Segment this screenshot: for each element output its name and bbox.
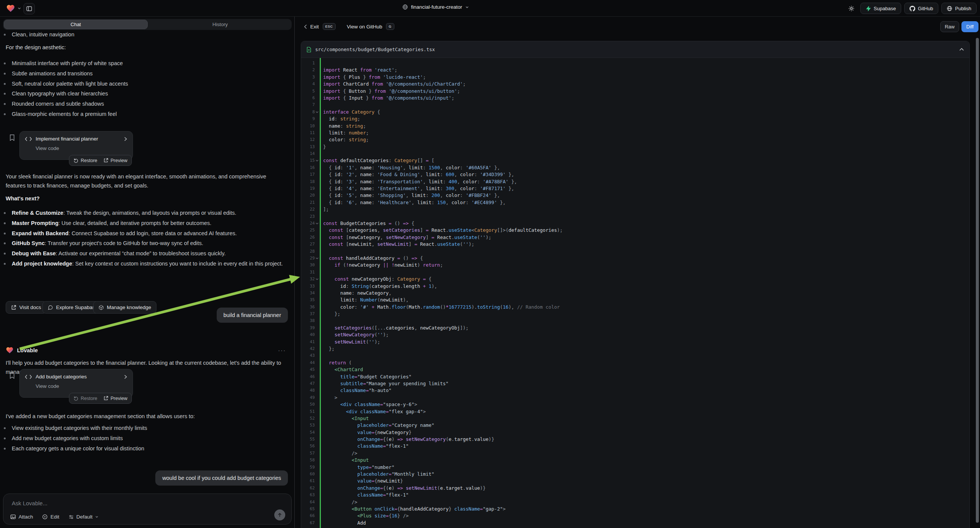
fold-toggle-icon[interactable] xyxy=(315,159,318,162)
fold-toggle-icon[interactable] xyxy=(315,111,318,114)
chat-panel: Chat History Clean, intuitive navigation… xyxy=(0,17,294,528)
bullet-item: Rounded corners and subtle shadows xyxy=(0,99,284,109)
line-number: 35 xyxy=(301,297,315,304)
code-text: <Input xyxy=(323,415,969,422)
project-title-menu[interactable]: financial-future-creator xyxy=(402,4,469,10)
code-line: 38 xyxy=(301,317,969,324)
settings-button[interactable] xyxy=(845,3,857,14)
github-button[interactable]: GitHub xyxy=(904,3,938,14)
publish-button-label: Publish xyxy=(955,6,971,11)
code-text: className="flex-1" xyxy=(323,491,969,498)
exit-button[interactable]: Exit xyxy=(310,24,319,30)
tab-history[interactable]: History xyxy=(148,19,292,30)
bookmark-icon[interactable] xyxy=(9,134,15,142)
line-number: 40 xyxy=(301,331,315,338)
line-number: 48 xyxy=(301,387,315,394)
code-text: title="Budget Categories" xyxy=(323,374,969,380)
edit-button[interactable]: Edit xyxy=(42,514,59,520)
chevron-down-icon xyxy=(18,6,21,10)
code-text: const handleAddCategory = () => { xyxy=(323,255,969,262)
restore-button[interactable]: Restore xyxy=(73,396,97,401)
code-text: name: newCategory, xyxy=(323,290,969,297)
preview-button[interactable]: Preview xyxy=(103,158,127,163)
code-line: 55 onChange={(e) => setNewCategory(e.tar… xyxy=(301,436,969,443)
line-number: 2 xyxy=(301,67,315,73)
supabase-button[interactable]: Supabase xyxy=(860,3,901,14)
fold-toggle-icon[interactable] xyxy=(315,278,318,281)
code-text: { id: '4', name: 'Entertainment', limit:… xyxy=(323,185,969,192)
code-line: 35 limit: Number(newLimit), xyxy=(301,297,969,304)
view-code-link[interactable]: View code xyxy=(36,145,127,151)
code-line: 26 const [newCategory, setNewCategory] =… xyxy=(301,234,969,241)
assistant-name: Lovable xyxy=(17,347,38,353)
scrolled-bullet-list: Clean, intuitive navigation xyxy=(0,30,284,40)
attach-button[interactable]: Attach xyxy=(10,514,33,520)
file-header[interactable]: src/components/budget/BudgetCategories.t… xyxy=(301,41,969,58)
chevron-right-icon xyxy=(124,375,127,379)
collapse-chevron-up-icon[interactable] xyxy=(959,48,964,51)
code-text: { id: '2', name: 'Food & Dining', limit:… xyxy=(323,171,969,178)
view-on-github-button[interactable]: View on GitHub xyxy=(347,24,383,30)
line-number: 28 xyxy=(301,248,315,255)
supabase-button-label: Supabase xyxy=(873,6,896,11)
code-text: if (!newCategory || !newLimit) return; xyxy=(323,262,969,269)
code-line: 3import { Plus } from 'lucide-react'; xyxy=(301,74,969,81)
workspace-menu[interactable] xyxy=(6,4,21,13)
diff-toggle-button[interactable]: Diff xyxy=(961,21,978,32)
code-text xyxy=(323,60,969,67)
code-line: 44 return ( xyxy=(301,359,969,366)
preview-button[interactable]: Preview xyxy=(103,396,127,401)
esc-keycap: ESC xyxy=(323,23,336,30)
chat-input-box[interactable]: Ask Lovable... Attach Edit Default xyxy=(3,493,292,525)
panel-divider xyxy=(294,17,295,528)
view-code-link[interactable]: View code xyxy=(36,383,127,389)
code-text: color: string; xyxy=(323,136,969,143)
bullet-item: Master Prompting: Use clear, detailed, a… xyxy=(0,218,288,228)
visit-docs-button[interactable]: Visit docs xyxy=(6,301,46,313)
code-text: const [categories, setCategories] = Reac… xyxy=(323,227,969,234)
line-number: 60 xyxy=(301,471,315,478)
sliders-icon xyxy=(68,514,74,520)
code-text: className="h-auto" xyxy=(323,387,969,394)
line-number: 7 xyxy=(301,102,315,108)
scrollbar-thumb[interactable] xyxy=(976,38,979,523)
restore-button[interactable]: Restore xyxy=(73,158,97,163)
code-line: 7 xyxy=(301,102,969,108)
chevron-left-icon[interactable] xyxy=(304,24,307,29)
mode-selector[interactable]: Default xyxy=(68,514,99,520)
code-line: 12 color: string; xyxy=(301,136,969,143)
code-line: 49 > xyxy=(301,394,969,401)
code-text: const [newCategory, setNewCategory] = Re… xyxy=(323,234,969,241)
code-line: 60 placeholder="Monthly limit" xyxy=(301,471,969,478)
message-options-icon[interactable]: ··· xyxy=(278,347,286,353)
code-text: type="number" xyxy=(323,464,969,471)
line-number: 8 xyxy=(301,109,315,116)
line-number: 57 xyxy=(301,450,315,457)
toggle-sidebar-button[interactable] xyxy=(24,3,35,14)
file-path: src/components/budget/BudgetCategories.t… xyxy=(315,46,955,52)
code-text: const newCategoryObj: Category = { xyxy=(323,276,969,283)
manage-knowledge-button[interactable]: Manage knowledge xyxy=(93,301,156,313)
publish-button[interactable]: Publish xyxy=(941,3,977,14)
bookmark-icon[interactable] xyxy=(9,372,15,380)
code-line: 14 xyxy=(301,150,969,157)
file-added-icon xyxy=(307,46,312,52)
send-button[interactable] xyxy=(274,509,285,520)
raw-toggle-button[interactable]: Raw xyxy=(940,21,959,32)
line-number: 66 xyxy=(301,512,315,519)
bullet-item: Refine & Customize: Tweak the design, an… xyxy=(0,208,288,218)
added-bullet-list: View existing budget categories with the… xyxy=(0,423,284,453)
external-link-icon xyxy=(103,396,108,401)
line-number: 16 xyxy=(301,164,315,171)
line-number: 25 xyxy=(301,227,315,234)
tab-chat[interactable]: Chat xyxy=(4,20,148,29)
fold-toggle-icon[interactable] xyxy=(315,222,318,225)
code-line: 52 <Input xyxy=(301,415,969,422)
line-number: 38 xyxy=(301,317,315,324)
code-line: 17 { id: '2', name: 'Food & Dining', lim… xyxy=(301,171,969,178)
line-number: 20 xyxy=(301,192,315,199)
bullet-item: Each category gets a unique color for vi… xyxy=(0,444,284,454)
code-text: limit: number; xyxy=(323,130,969,136)
fold-toggle-icon[interactable] xyxy=(315,257,318,260)
restore-label: Restore xyxy=(81,158,97,163)
